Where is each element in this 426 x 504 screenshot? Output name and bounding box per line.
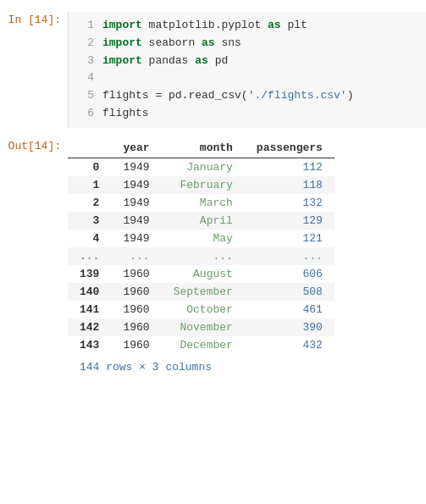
- code-text-5: flights = pd.read_csv('./flights.csv'): [102, 87, 353, 105]
- code-text-4: [102, 69, 109, 87]
- line-num-6: 6: [77, 105, 94, 123]
- code-block[interactable]: 1 import matplotlib.pyplot as plt 2 impo…: [68, 12, 426, 128]
- table-row: 11949February118: [68, 176, 335, 194]
- table-row: ............: [68, 247, 335, 265]
- table-row: 1391960August606: [68, 265, 335, 283]
- table-row: 1401960September508: [68, 283, 335, 301]
- table-summary: 144 rows × 3 columns: [68, 354, 426, 377]
- input-cell: In [14]: 1 import matplotlib.pyplot as p…: [0, 8, 426, 131]
- table-row: 01949January112: [68, 158, 335, 176]
- col-header-month: month: [162, 138, 245, 158]
- line-num-4: 4: [77, 69, 94, 87]
- code-line-4: 4: [77, 69, 418, 87]
- table-row: 41949May121: [68, 230, 335, 247]
- code-line-3: 3 import pandas as pd: [77, 53, 418, 70]
- code-line-1: 1 import matplotlib.pyplot as plt: [77, 17, 418, 35]
- line-num-5: 5: [77, 87, 94, 105]
- code-line-2: 2 import seaborn as sns: [77, 35, 418, 53]
- table-row: 1411960October461: [68, 301, 335, 318]
- output-label: Out[14]:: [0, 135, 68, 380]
- line-num-1: 1: [77, 17, 94, 35]
- table-row: 1421960November390: [68, 318, 335, 336]
- table-row: 21949March132: [68, 194, 335, 212]
- code-text-2: import seaborn as sns: [102, 35, 241, 53]
- table-row: 31949April129: [68, 212, 335, 230]
- code-line-5: 5 flights = pd.read_csv('./flights.csv'): [77, 87, 418, 105]
- input-label: In [14]:: [0, 12, 68, 128]
- output-cell: Out[14]: year month passengers 01949Janu…: [0, 131, 426, 384]
- code-line-6: 6 flights: [77, 105, 418, 123]
- line-num-2: 2: [77, 35, 94, 53]
- col-header-year: year: [111, 138, 161, 158]
- line-num-3: 3: [77, 53, 94, 70]
- col-header-passengers: passengers: [245, 138, 335, 158]
- output-content: year month passengers 01949January112119…: [68, 135, 426, 380]
- table-header-row: year month passengers: [68, 138, 335, 158]
- table-row: 1431960December432: [68, 336, 335, 354]
- code-text-6: flights: [102, 105, 149, 123]
- code-text-1: import matplotlib.pyplot as plt: [102, 17, 307, 35]
- dataframe-table: year month passengers 01949January112119…: [68, 138, 335, 354]
- code-text-3: import pandas as pd: [102, 53, 228, 70]
- col-header-index: [68, 138, 111, 158]
